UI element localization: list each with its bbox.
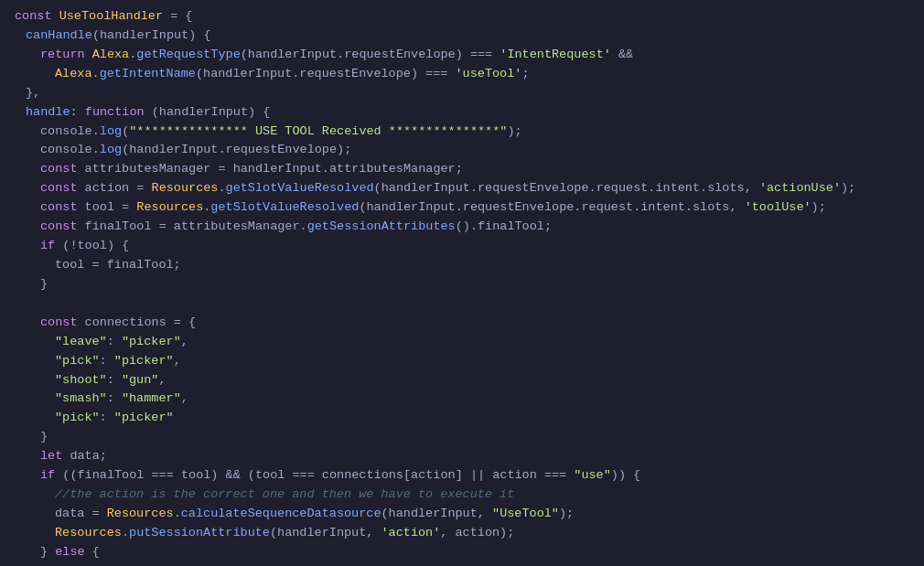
code-line-1: const UseToolHandler = { [0, 7, 924, 27]
code-line-20: "shoot": "gun", [0, 371, 924, 390]
code-line-7: console.log("*************** USE TOOL Re… [0, 123, 924, 142]
code-line-22: "pick": "picker" [0, 409, 924, 428]
code-line-13: if (!tool) { [0, 237, 924, 256]
code-line-23: } [0, 428, 924, 447]
code-line-12: const finalTool = attributesManager.getS… [0, 218, 924, 237]
code-line-8: console.log(handlerInput.requestEnvelope… [0, 141, 924, 160]
code-line-27: data = Resources.calculateSequenceDataso… [0, 505, 924, 524]
code-line-24: let data; [0, 447, 924, 466]
code-line-29: } else { [0, 543, 924, 562]
code-line-17: const connections = { [0, 314, 924, 333]
code-line-28: Resources.putSessionAttribute(handlerInp… [0, 524, 924, 543]
code-line-11: const tool = Resources.getSlotValueResol… [0, 198, 924, 218]
code-line-30: //it is not the right action for the too… [0, 562, 924, 566]
code-line-15: } [0, 275, 924, 294]
code-line-3: return Alexa.getRequestType(handlerInput… [0, 46, 924, 65]
code-line-19: "pick": "picker", [0, 352, 924, 371]
code-line-9: const attributesManager = handlerInput.a… [0, 160, 924, 179]
code-line-25: if ((finalTool === tool) && (tool === co… [0, 466, 924, 486]
code-editor: const UseToolHandler = { canHandle(handl… [0, 0, 924, 566]
code-line-14: tool = finalTool; [0, 256, 924, 275]
code-line-4: Alexa.getIntentName(handlerInput.request… [0, 65, 924, 84]
code-line-5: }, [0, 84, 924, 103]
code-line-6: handle: function (handlerInput) { [0, 103, 924, 123]
code-line-2: canHandle(handlerInput) { [0, 27, 924, 46]
code-line-21: "smash": "hammer", [0, 390, 924, 409]
code-line-16 [0, 294, 924, 314]
code-line-10: const action = Resources.getSlotValueRes… [0, 179, 924, 198]
code-line-26: //the action is the correct one and then… [0, 486, 924, 505]
code-line-18: "leave": "picker", [0, 333, 924, 352]
